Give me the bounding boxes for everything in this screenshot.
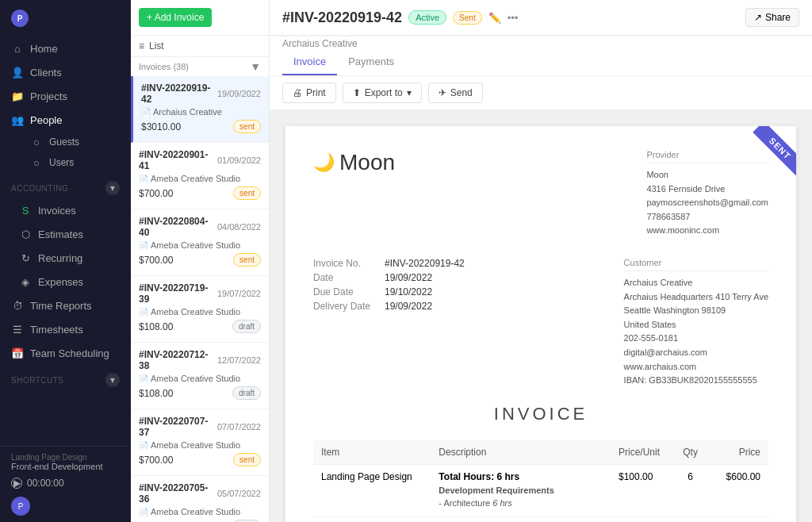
accounting-collapse-btn[interactable]: ▾ — [105, 181, 120, 195]
tab-invoice[interactable]: Invoice — [282, 49, 337, 75]
sidebar-item-estimates[interactable]: ⬡ Estimates — [0, 222, 131, 246]
invoice-title: #INV-20220919-42 — [282, 10, 402, 26]
sidebar-item-projects[interactable]: 📁 Projects — [0, 84, 131, 108]
print-button[interactable]: 🖨 Print — [282, 83, 336, 103]
header-icon-group: ✏️ ••• — [488, 12, 519, 24]
inv-id: #INV-20220919-42 — [141, 83, 217, 105]
provider-email: paymoscreenshots@gmail.com — [646, 196, 768, 210]
meta-customer-row: Invoice No. #INV-20220919-42 Date 19/09/… — [313, 258, 768, 388]
invoice-view: SENT 🌙 Moon Provider Moon 4316 Fernside … — [270, 110, 812, 522]
people-icon: 👥 — [11, 113, 24, 126]
customer-email: digital@archaius.com — [624, 346, 768, 360]
doc-header: 🌙 Moon Provider Moon 4316 Fernside Drive… — [313, 150, 768, 238]
sidebar-label-team-scheduling: Team Scheduling — [30, 347, 109, 359]
sidebar-item-guests[interactable]: ○ Guests — [22, 132, 131, 152]
expenses-icon: ◈ — [19, 275, 32, 288]
invoice-center-title: INVOICE — [313, 404, 768, 424]
guests-icon: ○ — [30, 136, 43, 148]
row1-desc: Total Hours: 6 hrs Development Requireme… — [431, 464, 611, 516]
main-content: #INV-20220919-42 Active Sent ✏️ ••• ↗ Sh… — [270, 0, 812, 522]
list-toolbar: ≡ List — [131, 36, 269, 57]
invoice-item[interactable]: #INV-20220919-42 19/09/2022 📄 Archaius C… — [131, 76, 269, 143]
client-subtitle: Archaius Creative — [270, 36, 812, 49]
invoice-item[interactable]: #INV-20220719-39 19/07/2022 📄 Ameba Crea… — [131, 276, 269, 343]
inv-amount: $700.00 — [139, 455, 173, 466]
sidebar-item-team-scheduling[interactable]: 📅 Team Scheduling — [0, 341, 131, 365]
accounting-section-label: Accounting ▾ — [0, 173, 131, 198]
inv-client: 📄 Archaius Creative — [141, 107, 261, 117]
action-bar: 🖨 Print ⬆ Export to ▾ ✈ Send — [270, 76, 812, 110]
add-invoice-button[interactable]: + Add Invoice — [139, 8, 212, 27]
send-button[interactable]: ✈ Send — [428, 83, 483, 103]
sidebar-label-time-reports: Time Reports — [30, 300, 92, 312]
sidebar-item-home[interactable]: ⌂ Home — [0, 36, 131, 60]
tab-payments[interactable]: Payments — [337, 49, 405, 75]
status-badge: sent — [233, 253, 261, 267]
print-label: Print — [306, 87, 326, 98]
sidebar-label-home: Home — [30, 43, 58, 55]
invoice-document: SENT 🌙 Moon Provider Moon 4316 Fernside … — [285, 126, 796, 522]
customer-name: Archaius Creative — [624, 276, 768, 290]
inv-date: 04/08/2022 — [217, 222, 261, 232]
filter-icon[interactable]: ▼ — [250, 60, 261, 73]
sidebar-item-clients[interactable]: 👤 Clients — [0, 60, 131, 84]
sidebar-item-invoices[interactable]: S Invoices — [0, 198, 131, 222]
export-icon: ⬆ — [353, 87, 361, 98]
row1-item: Landing Page Design — [313, 464, 431, 516]
user-avatar[interactable]: P — [11, 497, 30, 516]
sidebar-item-recurring[interactable]: ↻ Recurring — [0, 246, 131, 270]
meta-delivery: Delivery Date 19/09/2022 — [313, 301, 465, 312]
sidebar-item-users[interactable]: ○ Users — [22, 152, 131, 173]
row1-price: $600.00 — [707, 464, 768, 516]
sidebar-item-people[interactable]: 👥 People — [0, 108, 131, 132]
customer-section: Customer Archaius Creative Archaius Head… — [624, 258, 768, 388]
sidebar-label-expenses: Expenses — [38, 276, 83, 288]
invoice-item[interactable]: #INV-20220707-37 07/07/2022 📄 Ameba Crea… — [131, 409, 269, 476]
sidebar-item-expenses[interactable]: ◈ Expenses — [0, 270, 131, 294]
customer-label: Customer — [624, 258, 768, 271]
invoice-items-list: #INV-20220919-42 19/09/2022 📄 Archaius C… — [131, 76, 269, 522]
inv-amount: $700.00 — [139, 255, 173, 266]
inv-date: 12/07/2022 — [217, 355, 261, 365]
list-header: + Add Invoice — [131, 0, 269, 36]
invoice-item[interactable]: #INV-20220712-38 12/07/2022 📄 Ameba Crea… — [131, 343, 269, 409]
inv-amount: $108.00 — [139, 321, 173, 332]
sidebar-label-estimates: Estimates — [38, 228, 83, 240]
invoice-item[interactable]: #INV-20220804-40 04/08/2022 📄 Ameba Crea… — [131, 209, 269, 276]
sidebar-label-projects: Projects — [30, 90, 67, 102]
doc-icon: 📄 — [139, 374, 148, 383]
export-button[interactable]: ⬆ Export to ▾ — [343, 83, 422, 103]
shortcuts-collapse-btn[interactable]: ▾ — [105, 373, 120, 387]
invoice-item[interactable]: #INV-20220901-41 01/09/2022 📄 Ameba Crea… — [131, 143, 269, 209]
row2-desc: Total Hours: 30 hrs Execution - Front-en… — [431, 516, 611, 522]
status-badge: sent — [233, 453, 261, 466]
share-button[interactable]: ↗ Share — [745, 8, 799, 27]
inv-id: #INV-20220707-37 — [139, 416, 217, 438]
inv-id: #INV-20220705-36 — [139, 482, 217, 505]
timer-display[interactable]: ▶ 00:00:00 — [11, 473, 120, 493]
invoice-list-panel: + Add Invoice ≡ List Invoices (38) ▼ #IN… — [131, 0, 270, 522]
invoice-item[interactable]: #INV-20220705-36 05/07/2022 📄 Ameba Crea… — [131, 476, 269, 522]
sidebar-item-time-reports[interactable]: ⏱ Time Reports — [0, 294, 131, 317]
doc-icon: 📄 — [139, 241, 148, 250]
team-scheduling-icon: 📅 — [11, 347, 24, 359]
send-label: Send — [450, 87, 473, 98]
sidebar-item-timesheets[interactable]: ☰ Timesheets — [0, 317, 131, 341]
row2-price: $1500.00 — [707, 516, 768, 522]
inv-client: 📄 Ameba Creative Studio — [139, 440, 261, 450]
doc-icon: 📄 — [139, 441, 148, 450]
clients-icon: 👤 — [11, 66, 24, 79]
sidebar-label-timesheets: Timesheets — [30, 324, 83, 336]
sidebar-label-people: People — [30, 114, 62, 126]
print-icon: 🖨 — [293, 87, 302, 98]
timer-icon: ▶ — [11, 478, 22, 489]
list-view-label[interactable]: List — [149, 40, 164, 52]
people-submenu: ○ Guests ○ Users — [0, 132, 131, 173]
status-badge: draft — [232, 386, 261, 400]
timer-value: 00:00:00 — [27, 478, 64, 489]
sidebar: P ⌂ Home 👤 Clients 📁 Projects 👥 People ○… — [0, 0, 131, 522]
edit-icon[interactable]: ✏️ — [488, 12, 501, 24]
more-icon[interactable]: ••• — [508, 12, 519, 24]
send-icon: ✈ — [439, 87, 446, 98]
col-description: Description — [431, 440, 611, 465]
